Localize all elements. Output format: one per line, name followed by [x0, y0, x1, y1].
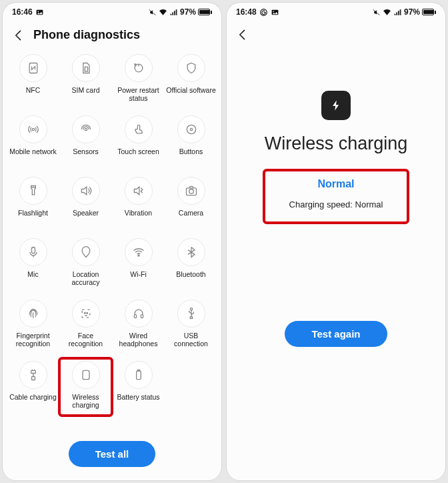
diagnostic-item-label: NFC	[26, 86, 41, 94]
diagnostic-item-camera[interactable]: Camera	[165, 174, 217, 229]
status-battery-pct: 97%	[404, 7, 420, 17]
diagnostic-item-usb[interactable]: USB connection	[165, 297, 217, 352]
back-button[interactable]	[12, 29, 25, 42]
mute-icon	[372, 8, 381, 17]
diagnostic-item-label: Camera	[179, 209, 203, 217]
battery-icon	[125, 361, 153, 389]
diagnostic-item-software[interactable]: Official software	[165, 51, 217, 106]
vibration-icon	[125, 177, 153, 205]
diagnostic-item-speaker[interactable]: Speaker	[59, 174, 112, 229]
diagnostic-item-face[interactable]: Face recognition	[59, 297, 112, 352]
mute-icon	[148, 8, 157, 17]
diagnostic-item-label: Battery status	[117, 393, 159, 401]
gallery-icon	[35, 8, 44, 17]
result-area: Wireless charging Normal Charging speed:…	[227, 51, 445, 314]
diagnostic-item-label: Power restart status	[113, 86, 163, 102]
header	[227, 21, 445, 51]
status-bar: 16:48 97%	[227, 3, 445, 21]
diagnostic-item-label: Face recognition	[61, 332, 111, 348]
result-status: Normal	[289, 178, 383, 190]
diagnostic-item-label: Sensors	[73, 147, 99, 155]
status-battery-pct: 97%	[180, 7, 196, 17]
touch-icon	[125, 115, 153, 143]
diagnostic-item-sensors[interactable]: Sensors	[59, 113, 112, 167]
headphones-icon	[125, 300, 153, 328]
back-button[interactable]	[236, 28, 249, 41]
result-title: Wireless charging	[265, 133, 408, 154]
diagnostic-item-label: Flashlight	[18, 209, 48, 217]
bluetooth-icon	[177, 238, 205, 266]
location-icon	[72, 238, 100, 266]
diagnostic-item-restart[interactable]: Power restart status	[112, 51, 165, 106]
diagnostic-item-label: Fingerprint recognition	[8, 332, 58, 348]
usb-icon	[177, 300, 205, 328]
wifi-icon	[159, 8, 167, 17]
status-bar: 16:46 97%	[3, 3, 221, 21]
sim-icon	[72, 54, 100, 82]
diagnostic-item-flashlight[interactable]: Flashlight	[7, 174, 59, 229]
diagnostic-item-label: Wireless charging	[61, 393, 111, 409]
back-icon	[12, 29, 25, 42]
diagnostic-item-bluetooth[interactable]: Bluetooth	[165, 235, 217, 290]
diagnostic-item-label: Bluetooth	[176, 270, 205, 278]
shield-icon	[177, 54, 205, 82]
restart-icon	[125, 54, 153, 82]
cable-charge-icon	[19, 361, 47, 389]
diagnostic-item-label: Wi-Fi	[130, 270, 147, 278]
diagnostic-item-label: Speaker	[73, 209, 99, 217]
antenna-icon	[19, 115, 47, 143]
mic-icon	[19, 238, 47, 266]
status-time: 16:46	[12, 7, 33, 17]
diagnostic-item-label: Cable charging	[9, 393, 57, 401]
flashlight-icon	[19, 177, 47, 205]
diagnostic-item-sim[interactable]: SIM card	[59, 51, 112, 106]
status-time: 16:48	[236, 7, 257, 17]
fingerprint-icon	[19, 300, 47, 328]
bolt-box-icon	[72, 361, 100, 389]
battery-icon	[198, 9, 212, 15]
diagnostic-item-wireless-charging[interactable]: Wireless charging	[59, 358, 112, 413]
signal-icon	[169, 8, 178, 17]
bolt-icon	[321, 91, 351, 120]
diagnostic-item-label: Official software	[166, 86, 216, 94]
diagnostic-item-vibration[interactable]: Vibration	[112, 174, 165, 229]
page-title: Phone diagnostics	[33, 28, 140, 42]
sensors-icon	[72, 115, 100, 143]
diagnostic-item-label: USB connection	[166, 332, 216, 348]
diagnostic-item-mobile-network[interactable]: Mobile network	[7, 113, 59, 167]
nfc-icon	[19, 54, 47, 82]
gallery-icon	[271, 8, 279, 17]
diagnostic-item-touch[interactable]: Touch screen	[112, 113, 165, 167]
diagnostic-item-label: Mic	[27, 270, 38, 278]
google-icon	[259, 8, 268, 17]
diagnostics-grid: NFCSIM cardPower restart statusOfficial …	[3, 51, 221, 434]
phone-right: 16:48 97% Wireless charging Normal Charg	[227, 3, 445, 480]
button-dot-icon	[177, 115, 205, 143]
back-icon	[236, 28, 249, 41]
result-detail: Charging speed: Normal	[289, 199, 383, 209]
wifi-icon	[125, 238, 153, 266]
signal-icon	[393, 8, 402, 17]
diagnostic-item-label: Touch screen	[117, 147, 159, 155]
diagnostic-item-label: Buttons	[179, 147, 203, 155]
diagnostic-item-label: Location accuracy	[61, 270, 111, 286]
diagnostic-item-label: SIM card	[71, 86, 99, 94]
diagnostic-item-wifi[interactable]: Wi-Fi	[112, 235, 165, 290]
diagnostic-item-nfc[interactable]: NFC	[7, 51, 59, 106]
wifi-icon	[383, 8, 391, 17]
diagnostic-item-label: Wired headphones	[113, 332, 163, 348]
battery-icon	[422, 9, 436, 15]
diagnostic-item-battery-status[interactable]: Battery status	[112, 358, 165, 413]
diagnostic-item-cable-charging[interactable]: Cable charging	[7, 358, 59, 413]
diagnostic-item-label: Mobile network	[9, 147, 57, 155]
test-all-button[interactable]: Test all	[69, 441, 156, 467]
diagnostic-item-label: Vibration	[125, 209, 152, 217]
diagnostic-item-fingerprint[interactable]: Fingerprint recognition	[7, 297, 59, 352]
diagnostic-item-location[interactable]: Location accuracy	[59, 235, 112, 290]
phone-left: 16:46 97% Phone diagnostics NFCSIM cardP…	[3, 3, 221, 480]
diagnostic-item-buttons[interactable]: Buttons	[165, 113, 217, 167]
diagnostic-item-mic[interactable]: Mic	[7, 235, 59, 290]
test-again-button[interactable]: Test again	[285, 321, 387, 347]
speaker-icon	[72, 177, 100, 205]
diagnostic-item-headphones[interactable]: Wired headphones	[112, 297, 165, 352]
